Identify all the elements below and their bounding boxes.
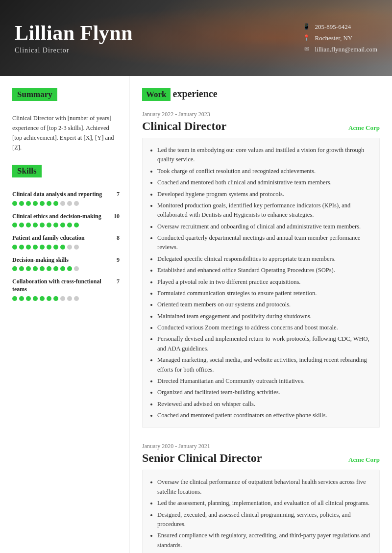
location-text: Rochester, NY bbox=[315, 34, 353, 42]
bullet-item: Coached and mentored both clinical and a… bbox=[157, 178, 372, 187]
location-contact: 📍 Rochester, NY bbox=[302, 34, 378, 42]
dot-filled bbox=[19, 266, 24, 271]
skill-name: Clinical ethics and decision-making bbox=[12, 213, 101, 221]
skills-section-label: Skills bbox=[12, 165, 42, 177]
bullet-item: Established and enhanced office Standard… bbox=[157, 266, 372, 275]
bullet-item: Conducted various Zoom meetings to addre… bbox=[157, 323, 372, 332]
phone-number: 205-895-6424 bbox=[315, 23, 351, 31]
resume-header: Lillian Flynn Clinical Director 📱 205-89… bbox=[0, 0, 392, 76]
dot-filled bbox=[47, 201, 51, 206]
email-contact: ✉ lillian.flynn@email.com bbox=[302, 46, 378, 53]
skill-score: 8 bbox=[117, 234, 120, 242]
dot-filled bbox=[12, 245, 17, 250]
dot-filled bbox=[26, 223, 31, 227]
dot-filled bbox=[47, 223, 51, 227]
job-block: January 2022 - January 2023Clinical Dire… bbox=[142, 111, 380, 428]
skill-name: Clinical data analysis and reporting bbox=[12, 191, 102, 199]
dot-empty bbox=[74, 296, 79, 301]
skill-score: 9 bbox=[117, 256, 120, 264]
location-icon: 📍 bbox=[302, 35, 311, 42]
dot-filled bbox=[53, 223, 58, 227]
dot-filled bbox=[12, 201, 17, 206]
job-company: Acme Corp bbox=[348, 456, 380, 464]
skill-name: Patient and family education bbox=[12, 234, 85, 242]
email-icon: ✉ bbox=[302, 46, 311, 53]
skill-score: 7 bbox=[117, 278, 120, 285]
candidate-name: Lillian Flynn bbox=[15, 22, 302, 44]
skill-dots bbox=[12, 201, 120, 206]
phone-contact: 📱 205-895-6424 bbox=[302, 23, 378, 31]
dot-filled bbox=[12, 223, 17, 227]
bullet-item: Delegated specific clinical responsibili… bbox=[157, 254, 372, 264]
job-date: January 2020 - January 2021 bbox=[142, 443, 380, 450]
skills-list: Clinical data analysis and reporting7Cli… bbox=[12, 191, 120, 301]
right-column: Workexperience January 2022 - January 20… bbox=[130, 76, 392, 553]
bullet-item: Conducted quarterly departmental meeting… bbox=[157, 233, 372, 252]
summary-section-label: Summary bbox=[12, 88, 57, 101]
dot-filled bbox=[60, 245, 65, 250]
dot-empty bbox=[60, 201, 65, 206]
dot-filled bbox=[40, 266, 45, 271]
bullet-item: Oriented team members on our systems and… bbox=[157, 300, 372, 309]
dot-filled bbox=[26, 266, 31, 271]
bullet-item: Directed Humanitarian and Community outr… bbox=[157, 377, 372, 386]
contact-info: 📱 205-895-6424 📍 Rochester, NY ✉ lillian… bbox=[302, 23, 378, 53]
skill-item: Clinical data analysis and reporting7 bbox=[12, 191, 120, 206]
bullet-item: Maintained team engagement and positivit… bbox=[157, 312, 372, 321]
skill-score: 7 bbox=[117, 191, 120, 198]
dot-filled bbox=[19, 245, 24, 250]
dot-filled bbox=[47, 245, 51, 250]
dot-filled bbox=[12, 296, 17, 301]
dot-filled bbox=[26, 201, 31, 206]
bullet-item: Led the team in embodying our core value… bbox=[157, 146, 372, 165]
job-company: Acme Corp bbox=[348, 124, 380, 132]
dot-filled bbox=[67, 266, 72, 271]
skills-section: Skills Clinical data analysis and report… bbox=[12, 165, 120, 301]
skill-dots bbox=[12, 266, 120, 271]
skill-dots bbox=[12, 245, 120, 250]
left-column: Summary Clinical Director with [number o… bbox=[0, 76, 130, 553]
bullet-item: Organized and facilitated team-building … bbox=[157, 388, 372, 397]
skill-dots bbox=[12, 223, 120, 227]
bullet-item: Personally devised and implemented retur… bbox=[157, 334, 372, 353]
dot-filled bbox=[53, 245, 58, 250]
work-label-rest: experience bbox=[173, 88, 218, 99]
candidate-title: Clinical Director bbox=[15, 47, 302, 54]
bullet-item: Led the assessment, planning, implementa… bbox=[157, 499, 372, 508]
main-content: Summary Clinical Director with [number o… bbox=[0, 76, 392, 553]
dot-filled bbox=[47, 266, 51, 271]
job-title: Senior Clinical Director bbox=[142, 452, 262, 465]
dot-filled bbox=[40, 245, 45, 250]
dot-filled bbox=[67, 223, 72, 227]
dot-filled bbox=[40, 201, 45, 206]
dot-filled bbox=[19, 223, 24, 227]
bullet-item: Reviewed and advised on whisper calls. bbox=[157, 400, 372, 409]
job-bullets: Led the team in embodying our core value… bbox=[142, 138, 380, 428]
job-block: January 2020 - January 2021Senior Clinic… bbox=[142, 443, 380, 553]
dot-filled bbox=[40, 296, 45, 301]
bullet-item: Monitored production goals, identified k… bbox=[157, 201, 372, 220]
dot-filled bbox=[19, 296, 24, 301]
bullet-item: Played a pivotal role in two different p… bbox=[157, 277, 372, 287]
dot-filled bbox=[53, 201, 58, 206]
work-experience-header: Workexperience bbox=[142, 88, 380, 101]
skill-name: Collaboration with cross-functional team… bbox=[12, 278, 114, 293]
bullet-item: Managed marketing, social media, and web… bbox=[157, 355, 372, 375]
dot-filled bbox=[60, 223, 65, 227]
bullet-item: Oversaw recruitment and onboarding of cl… bbox=[157, 222, 372, 231]
skill-dots bbox=[12, 296, 120, 301]
skill-score: 10 bbox=[114, 213, 120, 220]
skill-item: Clinical ethics and decision-making10 bbox=[12, 213, 120, 228]
dot-empty bbox=[74, 266, 79, 271]
bullet-item: Developed hygiene program systems and pr… bbox=[157, 190, 372, 199]
dot-filled bbox=[33, 201, 38, 206]
dot-filled bbox=[26, 245, 31, 250]
job-title: Clinical Director bbox=[142, 120, 226, 133]
dot-filled bbox=[33, 245, 38, 250]
dot-filled bbox=[19, 201, 24, 206]
skill-item: Collaboration with cross-functional team… bbox=[12, 278, 120, 301]
dot-empty bbox=[74, 201, 79, 206]
dot-empty bbox=[60, 296, 65, 301]
email-text: lillian.flynn@email.com bbox=[315, 46, 378, 53]
dot-filled bbox=[26, 296, 31, 301]
